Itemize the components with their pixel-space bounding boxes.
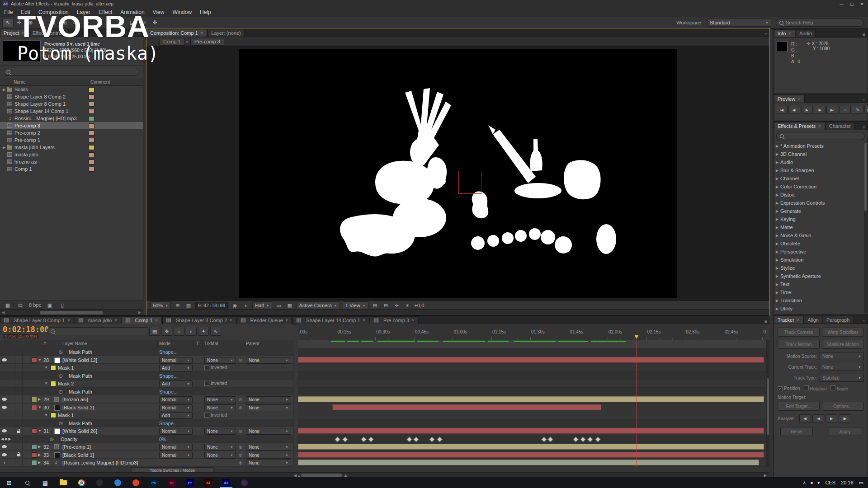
language-indicator[interactable]: CES	[825, 480, 835, 485]
label-chip[interactable]	[89, 145, 94, 150]
graph-row[interactable]	[298, 404, 766, 412]
property-name[interactable]: Mask Path	[69, 389, 92, 394]
keyframe-navigator[interactable]: ◀◆▶	[1, 437, 12, 441]
next-frame-button[interactable]: I▶	[814, 106, 826, 114]
pan-behind-tool[interactable]: ⊞	[59, 18, 70, 27]
keyframe-icon[interactable]	[573, 436, 579, 442]
new-folder-icon[interactable]: 🗀	[16, 302, 24, 308]
label-chip[interactable]	[32, 357, 37, 363]
label-chip[interactable]	[89, 116, 94, 121]
timeline-current-timecode[interactable]: 0:02:18:00	[3, 325, 49, 334]
twirl-icon[interactable]: ▶	[774, 274, 780, 278]
column-trkmat[interactable]: TrkMat	[204, 341, 218, 346]
stopwatch-icon[interactable]: ◷	[50, 436, 54, 441]
menu-window[interactable]: Window	[168, 8, 196, 16]
last-frame-button[interactable]: ▶I	[826, 106, 838, 114]
close-icon[interactable]: ✕	[818, 124, 821, 128]
mode-dropdown[interactable]: Normal▼	[159, 404, 193, 411]
effects-category[interactable]: ▶Keying	[774, 215, 868, 223]
twirl-icon[interactable]: ▶	[774, 201, 780, 205]
hand-tool[interactable]: ✛	[14, 18, 25, 27]
close-button[interactable]: ✕	[860, 2, 863, 6]
effects-category[interactable]: ▶Text	[774, 280, 868, 288]
trkmat-dropdown[interactable]: None▼	[204, 396, 236, 403]
twirl-icon[interactable]: ▶	[774, 266, 780, 270]
layer-duration-bar[interactable]	[298, 396, 764, 402]
checkbox-rotation[interactable]: Rotation	[804, 385, 827, 391]
project-item[interactable]: Shape Layer 8 Comp 2	[0, 93, 143, 100]
mode-dropdown[interactable]: Normal▼	[159, 357, 193, 364]
taskbar-app-photoshop[interactable]: Ps	[145, 477, 163, 488]
taskbar-app-app-dark[interactable]	[90, 477, 108, 488]
eye-icon[interactable]	[2, 453, 7, 456]
new-composition-icon[interactable]: ▣	[46, 302, 54, 308]
trkmat-dropdown[interactable]: None▼	[204, 357, 236, 364]
track-camera-button[interactable]: Track Camera	[778, 328, 820, 337]
loop-button[interactable]: ↻	[852, 106, 863, 114]
motion-source-dropdown[interactable]: None▼	[820, 352, 864, 360]
menu-help[interactable]: Help	[196, 8, 215, 16]
checkbox-position[interactable]: ✓Position	[778, 386, 800, 391]
effects-category[interactable]: ▶* Animation Presets	[774, 142, 868, 150]
project-item[interactable]: Shape Layer 14 Comp 1	[0, 108, 143, 115]
eye-icon[interactable]	[2, 406, 7, 409]
pen-tool[interactable]: ✒	[81, 18, 93, 27]
column-header-comment[interactable]: Comment	[90, 80, 110, 84]
layer-row-34[interactable]: ♪▶34♫[Rossin...eving Magpie) [HD].mp3]◎N…	[0, 459, 293, 467]
draft-3d-icon[interactable]: ❖	[161, 327, 172, 336]
warp-stabilizer-button[interactable]: Warp Stabilizer	[822, 328, 864, 337]
eraser-tool[interactable]: ◪	[127, 18, 138, 27]
eye-icon[interactable]	[2, 398, 7, 401]
layer-name[interactable]: [Black Solid 1]	[62, 452, 94, 458]
mask-row[interactable]: ▼Mask 1Add▼Inverted	[0, 364, 293, 372]
panel-menu-icon[interactable]: ≡	[860, 32, 868, 37]
twirl-icon[interactable]: ▶	[1, 145, 7, 150]
twirl-icon[interactable]: ▶	[38, 445, 41, 449]
label-chip[interactable]	[89, 109, 94, 114]
taskbar-app-illustrator[interactable]: Ai	[199, 477, 217, 488]
taskbar-app-file-explorer[interactable]	[54, 477, 72, 488]
parent-pickwhip-icon[interactable]: ◎	[239, 460, 242, 465]
effects-category[interactable]: ▶Expression Controls	[774, 199, 868, 207]
delete-icon[interactable]: ▯	[58, 302, 66, 308]
panel-menu-icon[interactable]: ≡	[136, 32, 143, 37]
timeline-tab-shape-layer-8-comp-2[interactable]: Shape Layer 8 Comp 2✕	[162, 316, 236, 324]
project-item[interactable]: Pre-comp 3	[0, 122, 143, 129]
inverted-checkbox[interactable]: Inverted	[204, 413, 227, 418]
label-chip[interactable]	[32, 397, 37, 402]
tracker-tab-tracker[interactable]: Tracker✕	[774, 316, 803, 324]
panel-menu-icon[interactable]: ≡	[762, 319, 769, 324]
layer-name[interactable]: [Pre-comp 1]	[62, 444, 91, 450]
keyframe-icon[interactable]	[368, 436, 374, 442]
composition-canvas[interactable]	[240, 49, 677, 297]
viewer-tab-composition-comp-1[interactable]: Composition: Comp 1✕	[146, 29, 207, 37]
mode-dropdown[interactable]: Normal▼	[159, 396, 193, 403]
ram-preview-button[interactable]: ▶▶	[864, 106, 868, 114]
inverted-checkbox[interactable]: Inverted	[204, 365, 227, 370]
twirl-icon[interactable]: ▶	[774, 152, 780, 156]
mask-color-chip[interactable]	[51, 381, 56, 386]
stopwatch-icon[interactable]: ◷	[59, 389, 63, 394]
motion-blur-icon[interactable]: ✦	[198, 327, 209, 336]
trkmat-dropdown[interactable]: None▼	[204, 444, 236, 450]
parent-pickwhip-icon[interactable]: ◎	[239, 453, 242, 457]
layer-duration-bar[interactable]	[332, 404, 602, 410]
graph-row[interactable]	[298, 380, 766, 388]
tracker-tab-paragraph[interactable]: Paragraph	[823, 316, 853, 324]
effects-category[interactable]: ▶Channel	[774, 174, 868, 183]
mask-row[interactable]: ▼Mask 1Add▼Inverted	[0, 411, 293, 419]
maximize-button[interactable]: ▢	[850, 2, 854, 6]
mode-dropdown[interactable]: Normal▼	[159, 428, 193, 435]
project-item[interactable]: ▶Solids	[0, 86, 143, 93]
mask-row[interactable]: ▼Mask 2Add▼Inverted	[0, 380, 293, 388]
project-tab-project[interactable]: Project✕	[0, 29, 28, 37]
twirl-icon[interactable]: ▶	[774, 250, 780, 254]
mask-color-chip[interactable]	[51, 413, 56, 418]
project-tab-effect-controls[interactable]: Effect Controls	[29, 29, 69, 37]
label-chip[interactable]	[32, 444, 37, 450]
effects-category[interactable]: ▶Distort	[774, 191, 868, 199]
label-chip[interactable]	[89, 102, 94, 107]
close-icon[interactable]: ✕	[411, 318, 415, 323]
timeline-graph-area[interactable]	[298, 340, 766, 467]
keyframe-icon[interactable]	[406, 436, 412, 442]
